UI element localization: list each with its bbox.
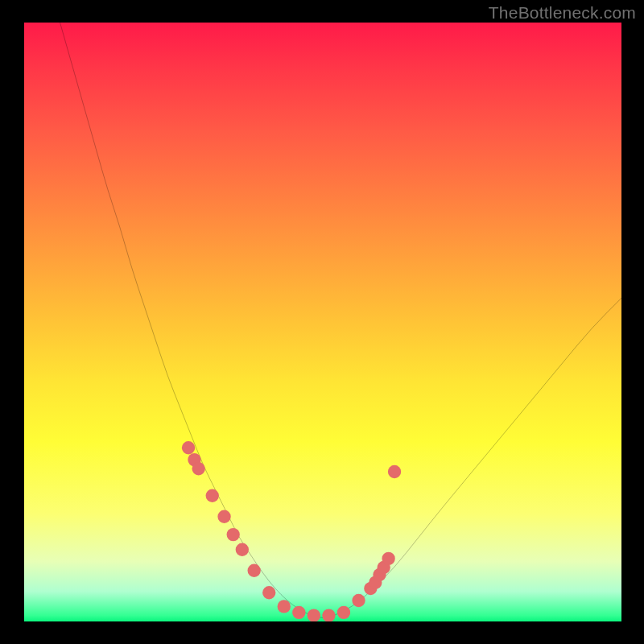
- marker-dot: [337, 606, 350, 619]
- highlight-markers: [182, 441, 401, 621]
- marker-dot: [248, 564, 261, 577]
- marker-dot: [382, 552, 394, 565]
- marker-dot: [206, 489, 219, 502]
- marker-dot: [236, 543, 249, 556]
- chart-svg: [24, 23, 621, 621]
- bottleneck-curve: [60, 23, 621, 617]
- marker-dot: [278, 600, 291, 613]
- marker-dot: [322, 609, 335, 621]
- curve-group: [60, 23, 621, 617]
- marker-dot: [388, 465, 401, 478]
- marker-dot: [308, 609, 320, 621]
- marker-dot: [352, 594, 365, 607]
- marker-dot: [262, 586, 275, 599]
- marker-dot: [182, 441, 195, 454]
- marker-dot: [292, 606, 305, 619]
- watermark-text: TheBottleneck.com: [489, 3, 636, 23]
- plot-area: [24, 23, 621, 621]
- marker-dot: [227, 528, 240, 541]
- chart-frame: TheBottleneck.com: [0, 0, 644, 644]
- marker-dot: [217, 510, 230, 523]
- marker-dot: [192, 462, 205, 475]
